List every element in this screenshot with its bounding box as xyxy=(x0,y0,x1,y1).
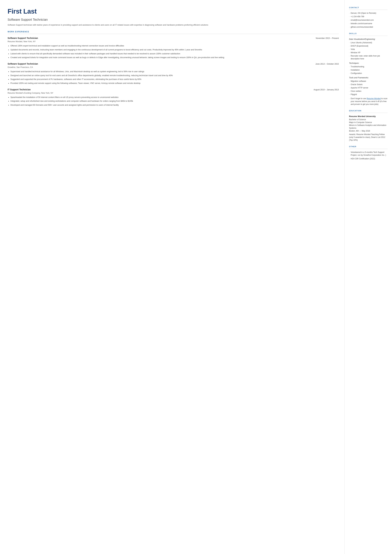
skills-list-2: Migration software Oracle Solaris Apache… xyxy=(349,80,388,96)
skill-1-0: Troubleshooting xyxy=(349,65,388,68)
bullet-1-3: Liaised with clients to ensure that all … xyxy=(7,52,339,55)
job-dates-3: August 2010 – January 2013 xyxy=(314,88,339,91)
contact-header: CONTACT xyxy=(349,6,388,10)
job-block-3: IT Support Technician August 2010 – Janu… xyxy=(7,88,339,107)
edu-awards-0: Awards: Resume Worded Teaching Fellow (o… xyxy=(349,133,388,141)
contact-list: Denver, OH (Open to Remote) +1-234-456-7… xyxy=(349,12,388,28)
skill-1-1: Installation xyxy=(349,69,388,71)
skill-0-1: DHCP (Experienced) xyxy=(349,44,388,47)
other-item-1: HDI-CSR Certification (2022) xyxy=(349,157,388,160)
skill-0-2: Vista xyxy=(349,48,388,51)
job-header-1: Software Support Technician November 201… xyxy=(7,36,339,40)
contact-item-4: github.com/resumeworded xyxy=(349,26,388,28)
skill-1-2: Configuration xyxy=(349,72,388,75)
work-experience-section: WORK EXPERIENCE Software Support Technic… xyxy=(7,30,339,107)
job-bullets-3: Spearheaded the installation of 50 inter… xyxy=(7,96,339,107)
skill-0-3: Window XP xyxy=(349,51,388,54)
bullet-1-4: Created and assigned tickets for integra… xyxy=(7,56,339,59)
skills-note-link[interactable]: Resume Worded xyxy=(367,98,381,100)
edu-major-0: Major in Computer Science xyxy=(349,121,388,124)
job-company-1: Resume Worded, New York, NY xyxy=(7,40,339,43)
education-header: EDUCATION xyxy=(349,109,388,113)
edu-location-0: Boston, MA — May 2018 xyxy=(349,129,388,132)
job-bullets-2: Supervised and handled technical assista… xyxy=(7,70,339,85)
job-company-3: Resume Worded's Exciting Company, New Yo… xyxy=(7,91,339,95)
skill-2-4: Flipgrid xyxy=(349,93,388,96)
job-title-1: Software Support Technician xyxy=(7,36,38,40)
skill-2-0: Migration software xyxy=(349,80,388,83)
job-block-2: Software Support Technician June 2013 – … xyxy=(7,62,339,85)
contact-section: CONTACT Denver, OH (Open to Remote) +1-2… xyxy=(349,6,388,28)
skills-note-prefix: Don't forget to use xyxy=(351,98,367,100)
work-experience-header: WORK EXPERIENCE xyxy=(7,30,339,34)
job-dates-1: November 2015 – Present xyxy=(316,37,339,40)
education-section: EDUCATION Resume Worded University Bache… xyxy=(349,109,388,142)
bullet-2-4: Provided 100% net meting and remote supp… xyxy=(7,82,339,85)
left-column: First Last Software Support Technician S… xyxy=(0,0,345,554)
bullet-2-2: Designed and launched an online query to… xyxy=(7,74,339,77)
skill-0-4: Recruiter note: enter skills from job de… xyxy=(349,55,388,60)
job-title-heading: Software Support Technician xyxy=(7,17,339,22)
skill-0-0: Linux Ubuntu (Advanced) xyxy=(349,41,388,44)
contact-item-3: linkedin.com/in/username xyxy=(349,22,388,25)
skills-note: Don't forget to use Resume Worded to sca… xyxy=(349,97,388,106)
skills-list-0: Linux Ubuntu (Advanced) DHCP (Experience… xyxy=(349,41,388,60)
skills-category-1: Techniques: xyxy=(349,62,388,65)
skills-header: SKILLS xyxy=(349,32,388,36)
contact-item-0: Denver, OH (Open to Remote) xyxy=(349,12,388,14)
name-heading: First Last xyxy=(7,6,339,16)
other-section: OTHER Volunteered in a 5-months Tech Sup… xyxy=(349,145,388,160)
edu-degree-0: Bachelor of Science xyxy=(349,118,388,121)
bullet-2-3: Suggested and supported the procurement … xyxy=(7,78,339,81)
job-header-3: IT Support Technician August 2010 – Janu… xyxy=(7,88,339,91)
skills-category-2: Tools and Frameworks: xyxy=(349,76,388,79)
contact-item-2: email@resumeworded.com xyxy=(349,19,388,21)
page: First Last Software Support Technician S… xyxy=(0,0,392,554)
job-company-2: Growthsi, San Francisco, CA xyxy=(7,66,339,69)
job-block-1: Software Support Technician November 201… xyxy=(7,36,339,59)
right-column: CONTACT Denver, OH (Open to Remote) +1-2… xyxy=(345,0,392,554)
skills-section: SKILLS Data Visualization/Engineering: L… xyxy=(349,32,388,105)
summary-text: Software Support technician with twelve … xyxy=(7,23,339,27)
skills-category-0: Data Visualization/Engineering: xyxy=(349,38,388,41)
edu-school-0: Resume Worded University xyxy=(349,115,388,118)
bullet-3-3: Developed and managed 60 Domains and 500… xyxy=(7,104,339,107)
skill-2-3: Cisco webex xyxy=(349,90,388,92)
bullet-2-1: Supervised and handled technical assista… xyxy=(7,70,339,73)
bullet-1-2: Updated documents and records, instructi… xyxy=(7,48,339,51)
edu-minor-0: Minors in Software Analytics and informa… xyxy=(349,124,388,129)
skill-2-1: Oracle Solaris xyxy=(349,83,388,86)
job-title-2: Software Support Technician xyxy=(7,62,38,66)
bullet-3-2: Integrated, setup and refurbished new an… xyxy=(7,100,339,103)
job-bullets-1: Offered 100% expert technical and instal… xyxy=(7,44,339,59)
skills-list-1: Troubleshooting Installation Configurati… xyxy=(349,65,388,75)
bullet-3-1: Spearheaded the installation of 50 inter… xyxy=(7,96,339,99)
bullet-1-1: Offered 100% expert technical and instal… xyxy=(7,44,339,47)
job-header-2: Software Support Technician June 2013 – … xyxy=(7,62,339,66)
job-dates-2: June 2013 – October 2015 xyxy=(315,63,339,66)
job-title-3: IT Support Technician xyxy=(7,88,31,91)
skill-2-2: Apache HTTP server xyxy=(349,86,388,89)
other-item-0: Volunteered in a 5-months Tech Support P… xyxy=(349,151,388,156)
contact-item-1: +1-234-456-789 xyxy=(349,15,388,18)
other-header: OTHER xyxy=(349,145,388,149)
